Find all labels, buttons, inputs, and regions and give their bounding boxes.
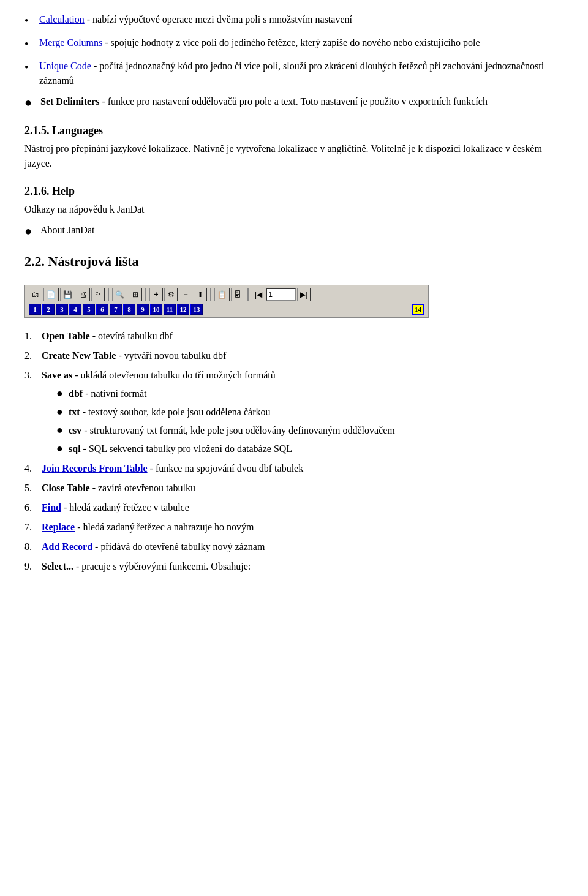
- bullet-dot-1: •: [24, 13, 36, 29]
- tb-btn-grid[interactable]: ⊞: [129, 288, 142, 301]
- section-22: 2.2. Nástrojová lišta: [24, 251, 564, 271]
- toolbar-area: 🗂 📄 💾 🖨 🏳 🔍 ⊞ + ⚙ − ⬆ 📋 🗄 |◀ ▶| 1 2 3 4 …: [24, 285, 429, 318]
- link-unique-code[interactable]: Unique Code: [39, 61, 91, 71]
- list-item-8: 8. Add Record - přidává do otevřené tabu…: [24, 540, 564, 554]
- section-22-heading: 2.2. Nástrojová lišta: [24, 251, 564, 271]
- label-open-table: Open Table: [42, 331, 90, 341]
- tb-btn-first[interactable]: |◀: [252, 288, 265, 301]
- num-2: 2: [42, 304, 55, 315]
- list-content-8: Add Record - přidává do otevřené tabulky…: [42, 540, 564, 554]
- num-7: 7: [110, 304, 122, 315]
- list-item-4: 4. Join Records From Table - funkce na s…: [24, 461, 564, 476]
- link-find[interactable]: Find: [42, 502, 61, 513]
- bullet-text-calculation: Calculation - nabízí výpočtové operace m…: [39, 12, 352, 27]
- list-item-6: 6. Find - hledá zadaný řetězec v tabulce: [24, 500, 564, 515]
- list-content-2: Create New Table - vytváří novou tabulku…: [42, 348, 564, 363]
- link-add-record[interactable]: Add Record: [42, 541, 92, 552]
- tb-btn-search[interactable]: 🔍: [112, 288, 127, 301]
- tb-btn-new[interactable]: 📄: [43, 288, 59, 301]
- sub-item-txt: ● txt - textový soubor, kde pole jsou od…: [56, 405, 564, 420]
- tb-btn-settings[interactable]: ⚙: [164, 288, 178, 301]
- list-num-3: 3.: [24, 368, 42, 383]
- sub-dot-sql: ●: [56, 442, 69, 456]
- label-create-table: Create New Table: [42, 350, 116, 361]
- top-bullet-list: • Calculation - nabízí výpočtové operace…: [24, 12, 564, 110]
- list-num-5: 5.: [24, 481, 42, 495]
- toolbar-numbered-row: 1 2 3 4 5 6 7 8 9 10 11 12 13 14: [29, 304, 424, 315]
- list-num-4: 4.: [24, 461, 42, 476]
- sub-item-dbf: ● dbf - nativní formát: [56, 386, 564, 401]
- sub-dot-csv: ●: [56, 423, 69, 437]
- about-jandat-text: About JanDat: [40, 223, 94, 238]
- sub-dot-txt: ●: [56, 405, 69, 419]
- sub-dot-dbf: ●: [56, 386, 69, 401]
- bullet-item-unique: • Unique Code - počítá jednoznačný kód p…: [24, 59, 564, 88]
- list-item-1: 1. Open Table - otevírá tabulku dbf: [24, 329, 564, 344]
- sub-item-sql: ● sql - SQL sekvenci tabulky pro vložení…: [56, 442, 564, 456]
- section-215-text: Nástroj pro přepínání jazykové lokalizac…: [24, 141, 564, 171]
- list-content-1: Open Table - otevírá tabulku dbf: [42, 329, 564, 344]
- tb-sep-2: [145, 288, 146, 301]
- num-8: 8: [123, 304, 135, 315]
- about-jandat-item: ● About JanDat: [24, 223, 564, 239]
- list-item-5: 5. Close Table - zavírá otevřenou tabulk…: [24, 481, 564, 495]
- num-9: 9: [137, 304, 149, 315]
- num-13: 13: [190, 304, 203, 315]
- list-num-6: 6.: [24, 500, 42, 515]
- num-12: 12: [177, 304, 189, 315]
- tb-btn-save[interactable]: 💾: [60, 288, 75, 301]
- tb-btn-open[interactable]: 🗂: [29, 288, 42, 301]
- tb-btn-print[interactable]: 🖨: [77, 288, 90, 301]
- list-content-7: Replace - hledá zadaný řetězec a nahrazu…: [42, 520, 564, 535]
- label-select: Select...: [42, 561, 74, 571]
- set-delimiters-label: Set Delimiters: [40, 96, 99, 107]
- list-content-6: Find - hledá zadaný řetězec v tabulce: [42, 500, 564, 515]
- tb-btn-last[interactable]: ▶|: [297, 288, 311, 301]
- label-save-as: Save as: [42, 370, 72, 380]
- num-4: 4: [69, 304, 81, 315]
- bullet-item-set-delimiters: ● Set Delimiters - funkce pro nastavení …: [24, 94, 564, 110]
- list-content-3: Save as - ukládá otevřenou tabulku do tř…: [42, 368, 564, 456]
- bullet-text-unique: Unique Code - počítá jednoznačný kód pro…: [39, 59, 564, 88]
- toolbar-list: 1. Open Table - otevírá tabulku dbf 2. C…: [24, 329, 564, 574]
- list-content-5: Close Table - zavírá otevřenou tabulku: [42, 481, 564, 495]
- section-215-heading: 2.1.5. Languages: [24, 122, 564, 139]
- num-14: 14: [412, 304, 424, 315]
- num-1: 1: [29, 304, 41, 315]
- list-item-7: 7. Replace - hledá zadaný řetězec a nahr…: [24, 520, 564, 535]
- bullet-item-merge: • Merge Columns - spojuje hodnoty z více…: [24, 36, 564, 53]
- num-5: 5: [83, 304, 95, 315]
- tb-btn-db[interactable]: 🗄: [231, 288, 244, 301]
- list-num-9: 9.: [24, 559, 42, 574]
- list-item-9: 9. Select... - pracuje s výběrovými funk…: [24, 559, 564, 574]
- tb-btn-table[interactable]: 📋: [214, 288, 230, 301]
- list-content-9: Select... - pracuje s výběrovými funkcem…: [42, 559, 564, 574]
- tb-btn-flag[interactable]: 🏳: [91, 288, 105, 301]
- tb-btn-minus[interactable]: −: [179, 288, 192, 301]
- list-num-1: 1.: [24, 329, 42, 344]
- bullet-dot-2: •: [24, 36, 36, 53]
- list-num-2: 2.: [24, 348, 42, 363]
- link-replace[interactable]: Replace: [42, 522, 75, 532]
- link-join-records[interactable]: Join Records From Table: [42, 463, 148, 473]
- tb-btn-plus[interactable]: +: [149, 288, 163, 301]
- list-num-8: 8.: [24, 540, 42, 554]
- list-num-7: 7.: [24, 520, 42, 535]
- tb-sep-3: [210, 288, 211, 301]
- link-merge-columns[interactable]: Merge Columns: [39, 37, 102, 48]
- section-216-intro: Odkazy na nápovědu k JanDat: [24, 202, 564, 217]
- section-216-heading: 2.1.6. Help: [24, 183, 564, 200]
- bullet-item-calculation: • Calculation - nabízí výpočtové operace…: [24, 12, 564, 29]
- toolbar-buttons-row: 🗂 📄 💾 🖨 🏳 🔍 ⊞ + ⚙ − ⬆ 📋 🗄 |◀ ▶|: [29, 288, 424, 301]
- bullet-text-delimiters: Set Delimiters - funkce pro nastavení od…: [40, 94, 488, 109]
- bullet-circle-delimiters: ●: [24, 94, 36, 110]
- tb-btn-up[interactable]: ⬆: [194, 288, 207, 301]
- tb-record-input[interactable]: [266, 288, 296, 301]
- bullet-text-merge: Merge Columns - spojuje hodnoty z více p…: [39, 36, 480, 50]
- num-11: 11: [164, 304, 176, 315]
- sub-item-csv: ● csv - strukturovaný txt formát, kde po…: [56, 423, 564, 438]
- num-3: 3: [56, 304, 68, 315]
- label-close-table: Close Table: [42, 483, 90, 493]
- link-calculation[interactable]: Calculation: [39, 14, 85, 24]
- bullet-dot-3: •: [24, 59, 36, 76]
